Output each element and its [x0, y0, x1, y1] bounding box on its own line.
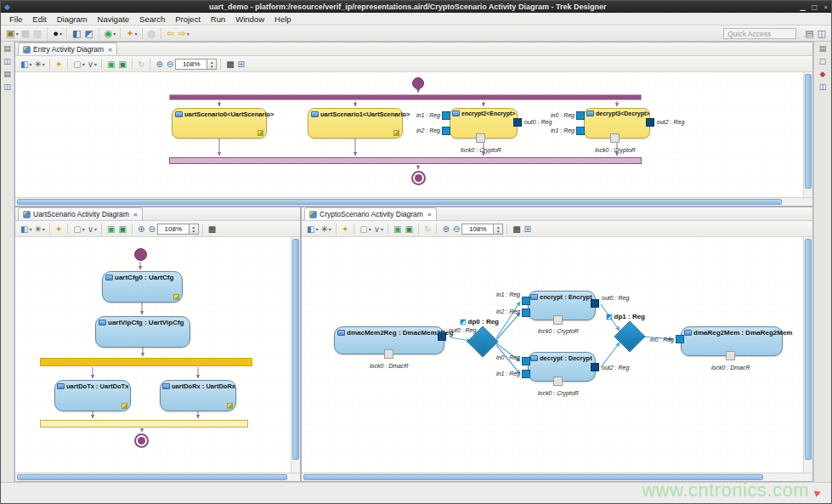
crypto-diagram-canvas[interactable]: dmacMem2Reg : DmacMem2Reg out0 : Reg loc…	[302, 237, 803, 473]
shape-icon[interactable]: ▢	[359, 224, 367, 234]
validate-caret-icon[interactable]: ▾	[113, 31, 116, 37]
router-caret-icon[interactable]: ▾	[94, 226, 97, 232]
copy-image-icon[interactable]: ▣	[405, 224, 413, 234]
forward-icon[interactable]: ⇨	[178, 29, 185, 38]
arrange-caret-icon[interactable]: ▾	[29, 61, 31, 67]
initial-node[interactable]	[134, 248, 147, 261]
port-lock0[interactable]	[553, 315, 563, 325]
menu-project[interactable]: Project	[170, 14, 206, 24]
checklist-view-icon[interactable]: ▢	[819, 57, 827, 65]
zoom-in-icon[interactable]: ⊕	[138, 224, 144, 234]
port-in0[interactable]	[676, 335, 684, 343]
port-in1[interactable]	[522, 370, 530, 378]
port-in0[interactable]	[576, 111, 585, 120]
arrange-caret-icon[interactable]: ▾	[315, 226, 318, 232]
port-in2[interactable]	[442, 127, 450, 135]
problems-view-icon[interactable]: ◆	[820, 70, 826, 78]
final-node[interactable]	[411, 171, 426, 185]
fork-bar[interactable]	[40, 358, 252, 366]
final-node[interactable]	[134, 433, 149, 448]
uart-diagram-canvas[interactable]: uartCfg0 : UartCfg uartVipCfg : UartVipC…	[15, 237, 291, 473]
quick-access-field[interactable]: Quick Access	[723, 28, 796, 39]
zoom-out-icon[interactable]: ⊖	[148, 224, 155, 234]
shape-caret-icon[interactable]: ▾	[369, 226, 371, 232]
tab-entry-activity-diagram[interactable]: Entry Activity Diagram ×	[18, 42, 117, 55]
entry-diagram-canvas[interactable]: uartScenario0<UartScenario> uartScenario…	[15, 72, 803, 197]
pin-icon[interactable]: ✦	[342, 224, 348, 234]
port-in1[interactable]	[576, 127, 585, 135]
stepper-down-icon[interactable]: ▾	[497, 229, 500, 234]
action-node-uartcfg0[interactable]: uartCfg0 : UartCfg	[102, 271, 183, 303]
export-image-icon[interactable]: ▣	[393, 224, 401, 234]
export-image-icon[interactable]: ▣	[107, 224, 115, 234]
zoom-stepper[interactable]: ▴▾	[190, 224, 199, 235]
port-in1[interactable]	[522, 297, 530, 305]
menu-window[interactable]: Window	[230, 14, 269, 24]
port-out0[interactable]	[438, 332, 446, 341]
new-wizard-caret-icon[interactable]: ▾	[15, 31, 18, 37]
fastview-icon-4[interactable]: ◫	[3, 82, 11, 91]
initial-node[interactable]	[412, 77, 424, 89]
perspective-other-icon[interactable]: ▤	[805, 29, 813, 38]
shape-icon[interactable]: ▢	[73, 59, 81, 69]
menu-help[interactable]: Help	[269, 14, 297, 24]
properties-view-icon[interactable]: ◫	[819, 82, 827, 91]
filters-caret-icon[interactable]: ▾	[329, 226, 331, 232]
action-node-uartdorx[interactable]: uartDoRx : UartDoRx	[160, 380, 236, 411]
tab-close-icon[interactable]: ×	[427, 211, 432, 218]
run-caret-icon[interactable]: ▾	[59, 31, 62, 37]
router-icon[interactable]: ∨	[88, 59, 93, 69]
filters-caret-icon[interactable]: ▾	[42, 61, 45, 67]
port-lock0[interactable]	[476, 133, 485, 143]
shape-caret-icon[interactable]: ▾	[82, 61, 85, 67]
entry-vertical-scrollbar[interactable]	[803, 72, 812, 197]
port-in2[interactable]	[522, 309, 530, 317]
fastview-icon-2[interactable]: ◫	[3, 57, 11, 65]
perspective-modeling-icon[interactable]: ◫	[818, 29, 826, 38]
zoom-out-icon[interactable]: ⊖	[453, 224, 460, 234]
menu-diagram[interactable]: Diagram	[52, 14, 93, 24]
router-icon[interactable]: ∨	[88, 224, 93, 234]
tab-close-icon[interactable]: ×	[133, 211, 138, 218]
port-lock0[interactable]	[726, 351, 735, 360]
port-out0[interactable]	[513, 118, 522, 127]
fastview-icon-3[interactable]: ▤	[3, 70, 11, 78]
grid-icon[interactable]: ⊞	[238, 59, 245, 69]
action-node-uartvipcfg[interactable]: uartVipCfg : UartVipCfg	[95, 316, 190, 348]
action-node-uartscenario0[interactable]: uartScenario0<UartScenario>	[172, 108, 267, 139]
join-bar[interactable]	[169, 157, 642, 164]
stepper-down-icon[interactable]: ▾	[211, 64, 213, 69]
wand-caret-icon[interactable]: ▾	[135, 31, 138, 37]
snapshot-icon[interactable]: ▩	[226, 59, 234, 69]
arrange-icon[interactable]: ◧	[20, 59, 28, 69]
validate-icon[interactable]: ◉	[105, 29, 113, 38]
menu-file[interactable]: File	[4, 14, 27, 24]
pin-icon[interactable]: ✦	[55, 224, 62, 234]
uart-horizontal-scrollbar[interactable]	[15, 473, 300, 481]
zoom-out-icon[interactable]: ⊖	[167, 59, 173, 69]
menu-search[interactable]: Search	[134, 14, 170, 24]
pin-icon[interactable]: ✦	[55, 59, 62, 69]
port-lock0[interactable]	[384, 349, 393, 359]
zoom-level-input[interactable]: 108%	[461, 224, 494, 235]
copy-image-icon[interactable]: ▣	[119, 224, 127, 234]
zoom-level-input[interactable]: 108%	[175, 59, 207, 70]
forward-caret-icon[interactable]: ▾	[187, 31, 190, 37]
run-icon[interactable]: ●	[53, 29, 59, 38]
port-in1[interactable]	[442, 111, 450, 120]
action-node-uartdotx[interactable]: uartDoTx : UartDoTx	[54, 380, 131, 411]
join-bar[interactable]	[40, 420, 248, 428]
close-icon[interactable]: ×	[824, 3, 828, 11]
filters-caret-icon[interactable]: ▾	[42, 226, 45, 232]
port-in0[interactable]	[522, 357, 530, 365]
port-lock0[interactable]	[610, 133, 620, 143]
filters-icon[interactable]: ✳	[34, 224, 41, 234]
back-icon[interactable]: ⇦	[167, 29, 174, 38]
zoom-in-icon[interactable]: ⊕	[442, 224, 449, 234]
menu-run[interactable]: Run	[206, 14, 230, 24]
arrange-icon[interactable]: ◧	[307, 224, 314, 234]
stepper-down-icon[interactable]: ▾	[193, 229, 195, 234]
tab-cryptoscenario-activity-diagram[interactable]: CryptoScenario Activity Diagram ×	[304, 207, 437, 220]
new-wizard-icon[interactable]: ▣	[6, 29, 14, 38]
port-out0[interactable]	[591, 299, 599, 308]
